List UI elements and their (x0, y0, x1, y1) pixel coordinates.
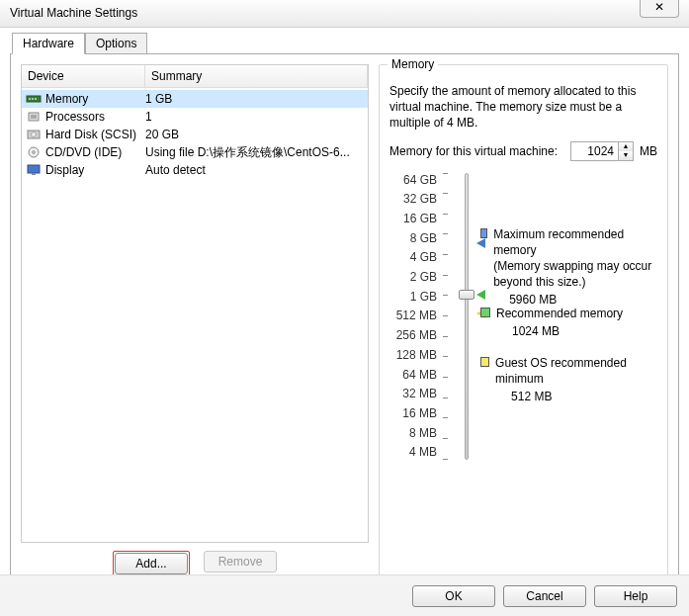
svg-rect-1 (29, 98, 31, 100)
memory-input[interactable] (570, 141, 618, 161)
device-table: Device Summary Memory 1 GB Processors 1 … (21, 64, 369, 543)
close-button[interactable]: ✕ (640, 0, 679, 18)
disk-icon (26, 129, 42, 140)
device-summary: Auto detect (145, 163, 364, 177)
header-summary[interactable]: Summary (145, 65, 368, 87)
cd-icon (26, 146, 42, 158)
table-row[interactable]: Hard Disk (SCSI) 20 GB (22, 126, 368, 143)
device-summary: 20 GB (145, 128, 364, 141)
memory-description: Specify the amount of memory allocated t… (389, 83, 657, 132)
slider-tick-labels: 64 GB32 GB16 GB8 GB4 GB2 GB1 GB512 MB256… (389, 173, 437, 460)
device-summary: 1 (145, 110, 364, 124)
legend-max: Maximum recommended memory (Memory swapp… (480, 226, 657, 308)
svg-rect-3 (35, 98, 37, 100)
memory-unit: MB (640, 144, 657, 158)
memory-icon (26, 93, 42, 105)
square-green-icon (480, 308, 490, 317)
device-label: CD/DVD (IDE) (45, 145, 122, 159)
device-label: Hard Disk (SCSI) (45, 128, 136, 141)
remove-button: Remove (204, 551, 277, 572)
device-summary: Using file D:\操作系统镜像\CentOS-6... (145, 144, 364, 161)
svg-point-9 (33, 151, 36, 154)
svg-rect-10 (28, 165, 40, 173)
add-button[interactable]: Add... (115, 553, 188, 574)
memory-label: Memory for this virtual machine: (389, 144, 564, 158)
device-summary: 1 GB (145, 92, 364, 106)
tab-options[interactable]: Options (85, 33, 147, 54)
cpu-icon (26, 111, 42, 123)
group-title: Memory (388, 57, 438, 71)
square-yellow-icon (480, 357, 489, 367)
ok-button[interactable]: OK (412, 585, 495, 607)
device-label: Memory (45, 92, 88, 106)
window-title: Virtual Machine Settings (0, 0, 689, 28)
spin-up-icon[interactable]: ▲ (619, 142, 633, 151)
table-row[interactable]: CD/DVD (IDE) Using file D:\操作系统镜像\CentOS… (22, 143, 368, 161)
table-row[interactable]: Memory 1 GB (22, 90, 368, 108)
memory-spinner[interactable]: ▲▼ (570, 141, 634, 161)
header-device[interactable]: Device (22, 65, 145, 87)
table-row[interactable]: Processors 1 (22, 108, 368, 126)
cancel-button[interactable]: Cancel (503, 585, 586, 607)
svg-rect-2 (32, 98, 34, 100)
svg-rect-11 (32, 173, 36, 175)
legend-rec: Recommended memory 1024 MB (480, 306, 623, 339)
help-button[interactable]: Help (594, 585, 677, 607)
spin-down-icon[interactable]: ▼ (619, 151, 633, 160)
svg-point-7 (32, 132, 37, 137)
add-highlight: Add... (113, 551, 190, 576)
slider-thumb[interactable] (459, 290, 474, 300)
legend-min: Guest OS recommended minimum 512 MB (480, 355, 657, 405)
table-row[interactable]: Display Auto detect (22, 161, 368, 179)
device-label: Display (45, 163, 84, 177)
slider-tickmarks (443, 173, 451, 460)
svg-rect-5 (31, 115, 37, 119)
device-label: Processors (45, 110, 105, 124)
memory-group: Memory Specify the amount of memory allo… (379, 64, 668, 576)
memory-slider[interactable] (457, 173, 474, 460)
tab-hardware[interactable]: Hardware (12, 33, 85, 54)
square-blue-icon (480, 228, 487, 238)
display-icon (26, 164, 42, 176)
